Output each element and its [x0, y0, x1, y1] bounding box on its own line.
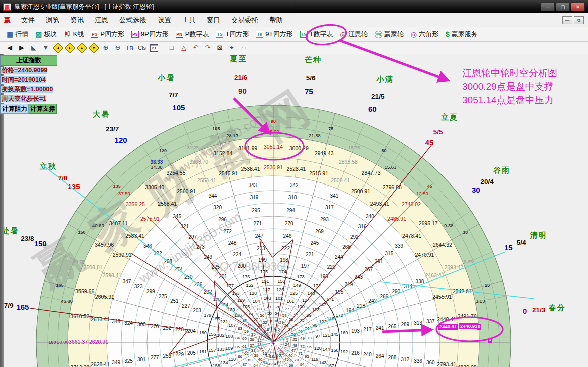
menu-item-设置[interactable]: 设置 [152, 14, 177, 26]
mdi-restore-button[interactable]: ⧉ [574, 16, 584, 24]
draw-tool-11[interactable]: Cls [136, 43, 148, 53]
draw-tool-16[interactable]: ↶ [190, 43, 201, 53]
draw-tool-diamond-4[interactable]: ◂ [52, 43, 63, 53]
toolbar-button-赢家轮[interactable]: Big赢家轮 [371, 29, 407, 40]
menu-item-帮助[interactable]: 帮助 [264, 14, 288, 26]
toolbar-button-9T四方形[interactable]: T99T四方形 [252, 29, 296, 40]
svg-text:319: 319 [250, 195, 259, 200]
svg-text:53: 53 [282, 313, 287, 318]
toolbar-button-9P四方形[interactable]: P99P四方形 [128, 29, 172, 40]
draw-tool-20[interactable]: ▱ [238, 43, 249, 53]
calc-support-button[interactable]: 计算支撑 [29, 104, 57, 114]
draw-tool-diamond-5[interactable]: ▸ [64, 43, 75, 53]
svg-text:5/4: 5/4 [517, 239, 526, 246]
svg-text:301: 301 [137, 357, 146, 362]
svg-text:2485.91: 2485.91 [387, 216, 406, 222]
menu-item-公式选股[interactable]: 公式选股 [114, 14, 152, 26]
svg-text:18.75: 18.75 [348, 145, 360, 150]
menu-item-江恩[interactable]: 江恩 [89, 14, 114, 26]
svg-text:119: 119 [311, 357, 318, 362]
svg-text:75: 75 [328, 126, 333, 131]
svg-text:97: 97 [315, 334, 320, 339]
toolbar-button-K线[interactable]: K线 [60, 29, 87, 40]
svg-text:3559.66: 3559.66 [75, 288, 94, 294]
toolbar-button-六角形[interactable]: ◎六角形 [407, 29, 442, 40]
mdi-minimize-button[interactable]: — [562, 16, 572, 24]
svg-text:立夏: 立夏 [440, 113, 458, 121]
toolbar-button-T数字表[interactable]: TNT数字表 [297, 29, 337, 40]
minimize-button[interactable]: ─ [541, 3, 555, 11]
draw-tool-9[interactable]: ⊖ [112, 43, 123, 53]
svg-text:80: 80 [257, 307, 262, 311]
svg-text:29: 29 [279, 320, 284, 325]
toolbar-button-T四方形[interactable]: TST四方形 [212, 29, 252, 40]
draw-tool-17[interactable]: ↷ [202, 43, 213, 53]
big-icon: Big [375, 31, 382, 38]
badge-icon: TN [300, 31, 308, 38]
toolbar-button-P数字表[interactable]: PNP数字表 [172, 29, 213, 40]
svg-text:121: 121 [323, 333, 330, 338]
svg-text:95: 95 [305, 354, 309, 359]
svg-text:217: 217 [363, 327, 372, 332]
svg-text:70: 70 [295, 358, 299, 362]
svg-text:3305.40: 3305.40 [145, 184, 164, 190]
draw-tool-1[interactable]: ▶ [16, 43, 27, 53]
svg-text:144: 144 [323, 347, 330, 352]
svg-text:84: 84 [235, 336, 240, 340]
svg-text:25: 25 [292, 337, 297, 342]
svg-text:2598.41: 2598.41 [103, 272, 122, 278]
svg-text:33.33: 33.33 [150, 159, 163, 165]
toolbar-label: 板块 [44, 30, 57, 39]
menu-item-资讯[interactable]: 资讯 [65, 14, 89, 26]
svg-text:96: 96 [307, 345, 312, 349]
svg-text:32: 32 [263, 320, 267, 325]
svg-text:2470.91: 2470.91 [415, 252, 434, 258]
svg-text:197: 197 [301, 263, 310, 269]
draw-tool-14[interactable]: □ [166, 43, 177, 53]
window-title: 赢家江恩专业版[赢家服务平台] - [上证指数 江恩轮] [14, 3, 154, 11]
draw-tool-2[interactable]: ◣ [28, 43, 39, 53]
toolbar-button-板块[interactable]: ▩板块 [32, 29, 60, 40]
svg-text:61: 61 [242, 344, 247, 349]
panel-row-3: 周天变化步长=1 [1, 95, 46, 103]
menu-item-文件[interactable]: 文件 [16, 14, 40, 26]
badge-icon: P9 [131, 31, 139, 38]
toolbar-button-江恩轮[interactable]: ◎江恩轮 [336, 29, 371, 40]
draw-tool-19[interactable]: ⌖ [226, 43, 237, 53]
maximize-button[interactable]: ▢ [556, 3, 570, 11]
svg-text:2898.58: 2898.58 [339, 159, 358, 165]
svg-text:41: 41 [263, 360, 267, 365]
svg-text:271: 271 [253, 221, 262, 226]
toolbar-button-P四方形[interactable]: PSP四方形 [87, 29, 128, 40]
svg-text:107: 107 [228, 323, 236, 328]
menu-item-工具[interactable]: 工具 [177, 14, 201, 26]
svg-text:春分: 春分 [548, 303, 566, 312]
svg-text:132: 132 [217, 333, 224, 338]
draw-tool-8[interactable]: ⊕ [100, 43, 111, 53]
svg-text:293: 293 [320, 217, 329, 222]
svg-text:2590.91: 2590.91 [113, 252, 132, 258]
toolbar-button-赢家服务[interactable]: $赢家服务 [442, 29, 481, 40]
draw-tool-3[interactable]: ▼ [40, 43, 51, 53]
svg-text:149: 149 [293, 283, 301, 288]
svg-text:6.25: 6.25 [464, 259, 473, 264]
annotation-line: 3000.29点是盘中支撑 [462, 80, 557, 93]
svg-text:241: 241 [376, 325, 384, 331]
toolbar-button-行情[interactable]: ▦行情 [3, 29, 32, 40]
menu-item-窗口[interactable]: 窗口 [201, 14, 226, 26]
svg-text:46: 46 [288, 353, 293, 358]
title-bar: 赢 赢家江恩专业版[赢家服务平台] - [上证指数 江恩轮] ─▢✕ [0, 0, 588, 13]
menu-item-浏览[interactable]: 浏览 [40, 14, 65, 26]
close-button[interactable]: ✕ [571, 3, 585, 11]
calendar-tool[interactable]: 21 [149, 43, 160, 53]
svg-text:2620.91: 2620.91 [89, 339, 108, 345]
draw-tool-18[interactable]: ⊠ [214, 43, 225, 53]
menu-item-交易委托[interactable]: 交易委托 [226, 14, 264, 26]
calc-resistance-button[interactable]: 计算阻力 [1, 104, 29, 114]
draw-tool-diamond-7[interactable]: ▾ [88, 43, 99, 53]
draw-tool-10[interactable]: T⇅ [124, 43, 135, 53]
draw-tool-diamond-6[interactable]: ▴ [76, 43, 87, 53]
svg-text:48: 48 [292, 343, 297, 348]
draw-tool-0[interactable]: ◀ [4, 43, 15, 53]
draw-tool-15[interactable]: △ [178, 43, 189, 53]
